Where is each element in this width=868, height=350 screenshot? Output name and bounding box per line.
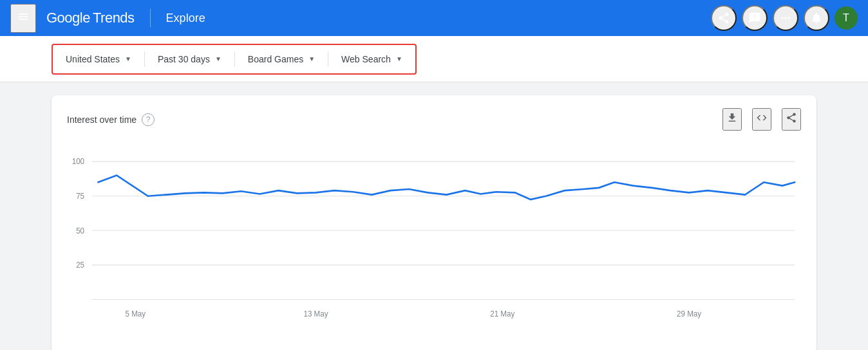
category-chevron-icon: ▼ <box>308 55 315 62</box>
share-chart-icon-button[interactable] <box>782 108 801 131</box>
chart-area: 100 75 50 25 5 May 13 May 21 May 29 May <box>67 141 801 334</box>
time-range-label: Past 30 days <box>158 54 210 64</box>
user-avatar[interactable]: T <box>835 6 858 30</box>
chart-header: Interest over time ? <box>67 108 801 131</box>
chart-title: Interest over time <box>67 115 137 125</box>
logo-trends-text: Trends <box>93 10 135 26</box>
svg-text:21 May: 21 May <box>490 309 515 319</box>
interest-chart-svg: 100 75 50 25 5 May 13 May 21 May 29 May <box>67 141 801 334</box>
interest-over-time-card: Interest over time ? <box>52 95 816 350</box>
download-icon-button[interactable] <box>722 108 742 131</box>
svg-text:75: 75 <box>76 191 84 201</box>
svg-text:25: 25 <box>76 261 84 270</box>
search-type-label: Web Search <box>341 54 391 64</box>
svg-text:100: 100 <box>72 157 85 167</box>
category-filter[interactable]: Board Games ▼ <box>235 49 328 69</box>
app-header: Google Trends Explore T <box>0 0 868 36</box>
main-content: Interest over time ? <box>0 82 868 350</box>
share-icon-button[interactable] <box>711 5 737 31</box>
search-type-chevron-icon: ▼ <box>396 55 402 62</box>
embed-icon-button[interactable] <box>752 108 771 131</box>
feedback-icon-button[interactable] <box>742 5 768 31</box>
apps-icon-button[interactable] <box>773 5 798 31</box>
header-icons: T <box>711 5 858 31</box>
google-trends-logo: Google Trends <box>46 10 135 26</box>
svg-text:29 May: 29 May <box>677 309 702 319</box>
location-label: United States <box>66 54 120 64</box>
time-range-chevron-icon: ▼ <box>215 55 222 62</box>
search-type-filter[interactable]: Web Search ▼ <box>328 49 415 69</box>
help-icon[interactable]: ? <box>142 113 155 126</box>
category-label: Board Games <box>248 54 303 64</box>
logo-google-text: Google <box>46 10 90 26</box>
filter-bar: United States ▼ Past 30 days ▼ Board Gam… <box>0 36 868 82</box>
menu-icon[interactable] <box>10 4 36 33</box>
explore-label: Explore <box>166 12 205 25</box>
notifications-icon-button[interactable] <box>804 5 829 31</box>
location-filter[interactable]: United States ▼ <box>53 49 144 69</box>
svg-text:50: 50 <box>76 226 84 235</box>
location-chevron-icon: ▼ <box>125 55 131 62</box>
svg-text:13 May: 13 May <box>303 309 328 319</box>
header-divider <box>150 9 151 27</box>
chart-actions <box>722 108 801 131</box>
chart-title-area: Interest over time ? <box>67 113 155 126</box>
svg-text:5 May: 5 May <box>125 309 146 319</box>
help-icon-label: ? <box>146 115 151 124</box>
filter-outline-box: United States ▼ Past 30 days ▼ Board Gam… <box>52 44 417 75</box>
time-range-filter[interactable]: Past 30 days ▼ <box>145 49 234 69</box>
